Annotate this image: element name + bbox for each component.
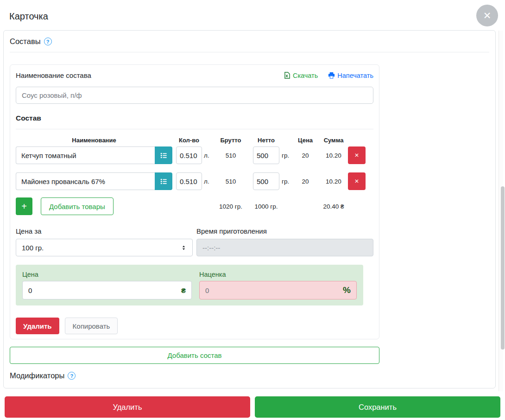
delete-composition-button[interactable]: Удалить [16,318,59,334]
print-link[interactable]: Напечатать [328,72,373,79]
sum-value: 10.20 [319,152,348,159]
netto-input[interactable] [253,172,279,190]
page-title: Карточка [9,11,48,22]
ingredient-name-input[interactable] [16,172,155,190]
structure-divider [16,129,373,129]
netto-unit: гр. [279,178,295,185]
col-header-brutto: Брутто [216,137,246,144]
price-per-select[interactable]: 100 гр. [16,239,193,256]
price-per-value: 100 гр. [22,244,44,252]
printer-icon [328,72,335,79]
col-header-price: Цена [295,137,316,144]
composition-name-input[interactable] [16,87,373,104]
currency-symbol: ₴ [181,286,186,294]
ingredient-row: л. 510 гр. 20 10.20 ✕ [16,172,373,190]
markup-field: Наценка % [199,271,357,299]
help-icon[interactable]: ? [68,372,76,380]
footer-save-button[interactable]: Сохранить [255,396,500,418]
structure-heading: Состав [16,114,373,122]
ingredients-table-header: Наименование Кол-во Брутто Нетто Цена Су… [16,137,373,144]
list-icon [160,178,168,185]
card-modal: Карточка ✕ Составы ? Наименование состав… [0,0,505,420]
col-header-name: Наименование [16,137,172,144]
delete-icon: ✕ [354,178,359,185]
close-button[interactable]: ✕ [476,5,498,26]
total-sum: 20.40 ₴ [319,203,348,210]
composition-name-label: Наименование состава [16,71,91,79]
netto-input[interactable] [253,146,279,164]
download-label: Скачать [293,72,318,79]
sum-value: 10.20 [319,178,348,185]
col-header-qty: Кол-во [176,137,202,144]
select-arrows-icon [181,245,187,251]
compositions-panel: Составы ? Наименование состава Скачать [3,30,496,388]
delete-ingredient-button[interactable]: ✕ [348,172,366,190]
ingredient-list-button[interactable] [155,172,172,190]
cook-time-input: --:--:-- [196,239,373,256]
excel-icon [284,72,290,79]
price-label: Цена [22,271,192,278]
ingredient-row: л. 510 гр. 20 10.20 ✕ [16,146,373,164]
price-per-field: Цена за 100 гр. [16,227,193,256]
price-per-label: Цена за [16,227,193,235]
price-value: 20 [295,152,316,159]
scrollbar-thumb[interactable] [501,186,505,350]
export-links: Скачать Напечатать [284,72,373,79]
qty-input[interactable] [176,172,202,190]
composition-actions: Удалить Копировать [16,318,373,334]
markup-label: Наценка [199,271,357,278]
print-label: Напечатать [337,72,373,79]
composition-name-row: Наименование состава Скачать [16,71,373,79]
compositions-label: Составы [10,37,41,46]
add-ingredient-button[interactable]: + [16,197,32,215]
cook-time-field: Время приготовления --:--:-- [196,227,373,256]
brutto-value: 510 [216,178,246,185]
close-icon: ✕ [483,11,492,20]
add-ingredient-group: + Добавить товары [16,197,202,215]
price-block: Цена ₴ Наценка % [16,265,363,305]
col-header-netto: Нетто [253,137,279,144]
compositions-section-title: Составы ? [10,37,489,46]
ingredient-name-group [16,146,172,164]
qty-input[interactable] [176,146,202,164]
price-value: 20 [295,178,316,185]
price-input[interactable] [28,286,181,294]
help-icon[interactable]: ? [44,38,52,45]
price-input-group: ₴ [22,281,192,299]
qty-unit: л. [202,178,216,185]
total-brutto: 1020 гр. [216,203,246,210]
list-icon [160,152,168,159]
modifiers-section-title: Модификаторы ? [10,371,489,380]
download-link[interactable]: Скачать [284,72,318,79]
markup-input-group: % [199,281,357,299]
netto-unit: гр. [279,152,295,159]
section-divider [10,52,489,52]
footer-delete-button[interactable]: Удалить [5,396,250,418]
delete-ingredient-button[interactable]: ✕ [348,146,366,164]
cook-time-label: Время приготовления [196,227,373,235]
modifiers-label: Модификаторы [10,371,64,380]
ingredient-name-group [16,172,172,190]
composition-card: Наименование состава Скачать [10,64,379,339]
settings-row: Цена за 100 гр. Время приготовления --:-… [16,227,373,256]
modal-footer: Удалить Сохранить [5,396,500,418]
brutto-value: 510 [216,152,246,159]
totals-row: + Добавить товары 1020 гр. 1000 гр. 20.4… [16,197,373,215]
add-products-button[interactable]: Добавить товары [41,197,114,215]
price-field: Цена ₴ [22,271,192,299]
markup-input[interactable] [205,286,343,294]
percent-symbol: % [343,285,351,295]
qty-unit: л. [202,152,216,159]
add-composition-button[interactable]: Добавить состав [10,347,379,364]
total-netto: 1000 гр. [253,203,279,210]
modal-header: Карточка ✕ [0,0,505,30]
copy-composition-button[interactable]: Копировать [65,318,118,334]
col-header-sum: Сумма [319,137,348,144]
ingredient-list-button[interactable] [155,146,172,164]
cook-time-value: --:--:-- [202,244,220,252]
delete-icon: ✕ [354,152,359,159]
ingredient-name-input[interactable] [16,146,155,164]
